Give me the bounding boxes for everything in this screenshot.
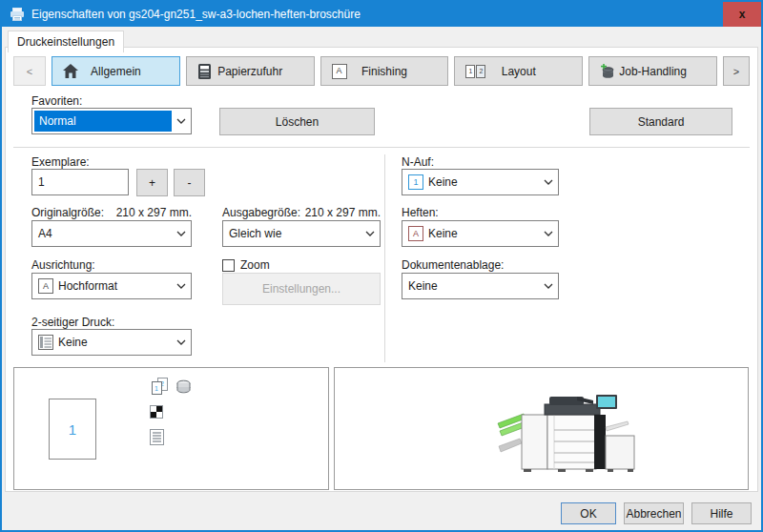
tab-finishing[interactable]: A Finishing [320, 56, 449, 86]
tab-job-handling[interactable]: Job-Handling [588, 56, 717, 86]
duplex-select[interactable]: Keine [31, 329, 192, 356]
orientation-value: Hochformat [58, 279, 117, 293]
output-size-label: Ausgabegröße: [222, 206, 300, 219]
home-icon [63, 64, 78, 78]
chevron-down-icon [172, 339, 191, 345]
document-filing-label: Dokumentenablage: [402, 258, 504, 272]
page-thumbnail: 1 [49, 399, 96, 460]
staple-select[interactable]: A Keine [402, 220, 559, 247]
paper-tray-icon [197, 64, 212, 79]
original-size-header: Originalgröße: 210 x 297 mm. [31, 206, 192, 219]
tab-allgemein[interactable]: Allgemein [52, 56, 180, 86]
staple-value: Keine [428, 227, 458, 240]
title-bar: Eigenschaften von gs204-gn251_sw-a3-loch… [2, 2, 761, 27]
favorites-select[interactable]: Normal [31, 108, 192, 134]
copies-label: Exemplare: [31, 155, 90, 169]
delete-favorite-button[interactable]: Löschen [219, 108, 375, 135]
chevron-down-icon [361, 231, 380, 236]
nup-value: Keine [428, 175, 458, 189]
nup-label: N-Auf: [402, 155, 434, 169]
close-button[interactable]: x [723, 2, 761, 27]
group-output-icon [175, 379, 192, 397]
duplex-label: 2-seitiger Druck: [31, 316, 114, 329]
help-button[interactable]: Hilfe [691, 502, 752, 524]
nup-none-icon: 1 [408, 174, 423, 190]
svg-text:1: 1 [155, 385, 158, 392]
original-size-dimensions: 210 x 297 mm. [116, 206, 192, 219]
document-filing-select[interactable]: Keine [402, 273, 559, 299]
zoom-label: Zoom [240, 258, 270, 272]
printer-icon [10, 8, 25, 21]
copies-decrement-button[interactable]: - [174, 169, 205, 196]
staple-none-icon: A [408, 226, 423, 241]
tab-page: < Allgemein [5, 47, 758, 492]
page-preview-panel: 1 2 1 [13, 367, 329, 490]
output-size-select[interactable]: Gleich wie [222, 220, 381, 247]
portrait-icon: A [38, 278, 53, 294]
original-size-value: A4 [38, 227, 52, 240]
chevron-down-icon [172, 231, 191, 236]
favorites-value: Normal [34, 111, 172, 132]
cancel-button[interactable]: Abbrechen [624, 502, 684, 524]
scroll-left-button[interactable]: < [13, 56, 46, 86]
favorites-label: Favoriten: [31, 94, 82, 108]
window-title: Eigenschaften von gs204-gn251_sw-a3-loch… [31, 8, 361, 21]
job-handling-icon [600, 64, 615, 79]
printer-properties-dialog: Eigenschaften von gs204-gn251_sw-a3-loch… [0, 0, 763, 532]
printer-illustration [495, 389, 648, 480]
output-size-value: Gleich wie [229, 227, 281, 240]
orientation-label: Ausrichtung: [31, 258, 95, 272]
document-filing-value: Keine [408, 279, 438, 293]
category-toolbar: < Allgemein [13, 56, 750, 86]
original-size-label: Originalgröße: [31, 206, 104, 219]
staple-label: Heften: [402, 206, 439, 219]
section-divider [13, 147, 750, 148]
finishing-icon: A [332, 64, 347, 79]
duplex-value: Keine [58, 336, 88, 349]
output-size-dimensions: 210 x 297 mm. [305, 206, 381, 219]
tab-papierzufuhr[interactable]: Papierzufuhr [186, 56, 315, 86]
column-divider [384, 154, 385, 362]
tab-druckeinstellungen[interactable]: Druckeinstellungen [8, 31, 124, 52]
chevron-down-icon [172, 118, 191, 124]
chevron-down-icon [539, 231, 558, 236]
print-settings-icons: 2 1 [150, 378, 192, 448]
copies-input[interactable]: 1 [31, 169, 129, 195]
zoom-option: Zoom [222, 258, 270, 272]
output-size-header: Ausgabegröße: 210 x 297 mm. [222, 206, 381, 219]
ok-button[interactable]: OK [561, 502, 616, 524]
original-size-select[interactable]: A4 [31, 220, 192, 247]
grayscale-icon [150, 405, 163, 421]
zoom-checkbox[interactable] [222, 259, 235, 272]
orientation-select[interactable]: A Hochformat [31, 273, 192, 299]
document-icon [150, 429, 164, 448]
chevron-down-icon [172, 283, 191, 289]
layout-icon: 12 [465, 65, 485, 78]
copies-increment-button[interactable]: + [136, 169, 168, 196]
zoom-settings-button[interactable]: Einstellungen... [222, 273, 381, 305]
scroll-right-button[interactable]: > [723, 56, 750, 86]
chevron-down-icon [539, 179, 558, 185]
default-button[interactable]: Standard [589, 108, 732, 135]
nup-select[interactable]: 1 Keine [402, 169, 559, 195]
collate-icon: 2 1 [150, 378, 169, 398]
printer-preview-panel [334, 367, 749, 490]
page-number: 1 [69, 421, 76, 438]
chevron-down-icon [539, 283, 558, 289]
duplex-none-icon [38, 335, 53, 350]
tab-layout[interactable]: 12 Layout [454, 56, 583, 86]
